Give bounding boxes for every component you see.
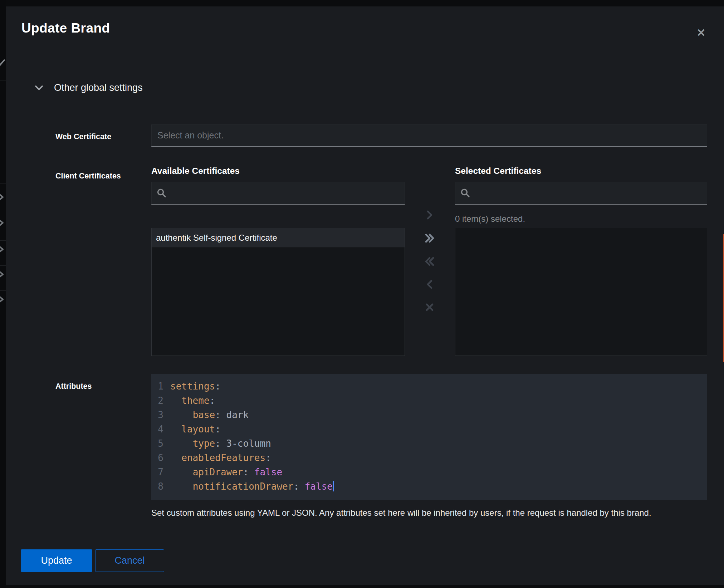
update-brand-modal: Update Brand ✕ Other global settings Web…	[6, 6, 724, 585]
chevron-right-icon	[423, 217, 436, 222]
chevron-right-icon	[0, 192, 5, 202]
move-all-left-button[interactable]	[423, 255, 436, 268]
attributes-code-editor[interactable]: 1settings:2 theme:3 base: dark4 layout:5…	[151, 374, 707, 500]
selected-search	[455, 182, 707, 205]
text-cursor	[333, 481, 334, 491]
chevron-left-icon	[423, 286, 436, 291]
line-number: 5	[157, 436, 163, 451]
section-label: Other global settings	[54, 82, 143, 93]
divider	[0, 214, 6, 214]
search-icon	[157, 188, 166, 198]
close-icon[interactable]: ✕	[693, 25, 709, 41]
chevron-double-right-icon	[423, 240, 436, 245]
code-line: 1settings:	[157, 379, 707, 393]
update-button[interactable]: Update	[21, 549, 92, 572]
attributes-help-text: Set custom attributes using YAML or JSON…	[151, 508, 709, 518]
attributes-label: Attributes	[55, 382, 92, 391]
code-line: 2 theme:	[157, 393, 707, 408]
selected-list	[455, 228, 707, 356]
check-icon	[0, 58, 5, 67]
available-search	[151, 182, 405, 205]
chevron-down-icon	[35, 85, 43, 91]
attributes-code-lines: 1settings:2 theme:3 base: dark4 layout:5…	[157, 379, 707, 494]
available-list: authentik Self-signed Certificate	[151, 228, 405, 356]
divider	[0, 290, 6, 291]
selected-search-input[interactable]	[474, 188, 702, 198]
web-certificate-input[interactable]	[151, 124, 707, 147]
code-line: 3 base: dark	[157, 408, 707, 422]
client-certificates-label: Client Certificates	[55, 172, 121, 181]
other-global-settings-toggle[interactable]: Other global settings	[35, 82, 143, 93]
list-item[interactable]: authentik Self-signed Certificate	[152, 228, 405, 248]
divider	[0, 315, 6, 315]
line-number: 3	[157, 408, 163, 422]
remove-all-button[interactable]	[423, 301, 436, 314]
divider	[0, 183, 6, 183]
code-line: 7 apiDrawer: false	[157, 465, 707, 479]
divider	[0, 80, 6, 80]
line-number: 4	[157, 422, 163, 436]
divider	[0, 240, 6, 241]
web-certificate-label: Web Certificate	[55, 132, 111, 141]
line-number: 6	[157, 451, 163, 465]
code-line: 6 enabledFeatures:	[157, 451, 707, 465]
move-selected-right-button[interactable]	[423, 209, 436, 222]
available-certificates-header: Available Certificates	[151, 166, 240, 176]
search-icon	[460, 188, 470, 198]
divider	[0, 265, 6, 266]
chevron-right-icon	[0, 270, 5, 279]
chevron-right-icon	[0, 245, 5, 254]
available-search-input[interactable]	[171, 188, 400, 198]
code-line: 4 layout:	[157, 422, 707, 436]
cancel-button[interactable]: Cancel	[95, 549, 164, 572]
chevron-right-icon	[0, 295, 5, 304]
chevron-right-icon	[0, 218, 5, 227]
background-table-edge	[0, 0, 6, 588]
page-title: Update Brand	[21, 21, 110, 36]
line-number: 7	[157, 465, 163, 479]
code-line: 5 type: 3-column	[157, 436, 707, 451]
chevron-double-left-icon	[423, 263, 436, 269]
selected-certificates-header: Selected Certificates	[455, 166, 541, 176]
line-number: 8	[157, 479, 163, 494]
line-number: 2	[157, 393, 163, 408]
selected-count-status: 0 item(s) selected.	[455, 214, 525, 224]
code-line: 8 notificationDrawer: false	[157, 479, 707, 494]
line-number: 1	[157, 379, 163, 393]
update-brand-screen: Update Brand ✕ Other global settings Web…	[0, 0, 724, 588]
move-all-right-button[interactable]	[423, 232, 436, 245]
cross-icon	[423, 309, 436, 314]
move-selected-left-button[interactable]	[423, 278, 436, 291]
